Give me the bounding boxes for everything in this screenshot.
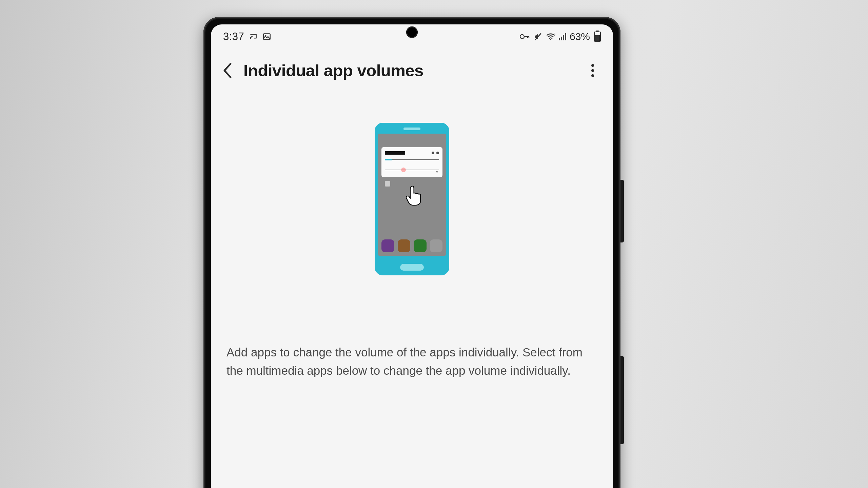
mute-icon — [534, 32, 542, 41]
illustration-app-icon — [381, 239, 394, 252]
battery-icon — [594, 32, 601, 42]
content-area: ⌃ — [211, 92, 613, 380]
phone-screen: 3:37 — [211, 24, 613, 488]
back-button[interactable] — [216, 58, 240, 83]
phone-frame: 3:37 — [203, 17, 620, 488]
wifi-icon: 6 — [546, 33, 555, 41]
svg-point-8 — [591, 69, 594, 72]
app-bar: Individual app volumes — [211, 49, 613, 92]
svg-point-9 — [591, 74, 594, 77]
vpn-key-icon — [519, 33, 530, 40]
camera-hole-icon — [406, 26, 418, 38]
svg-text:6: 6 — [554, 33, 555, 36]
description-text: Add apps to change the volume of the app… — [224, 343, 599, 380]
status-left: 3:37 — [223, 31, 271, 43]
page-title: Individual app volumes — [243, 61, 577, 80]
battery-percent: 63% — [570, 31, 590, 42]
illustration-app-icon — [430, 239, 443, 252]
phone-side-button-bottom — [620, 356, 624, 444]
illustration-app-icon — [414, 239, 427, 252]
volume-illustration: ⌃ — [375, 123, 449, 275]
status-right: 6 63% — [519, 31, 601, 42]
cellular-signal-icon — [559, 33, 566, 40]
image-icon — [262, 32, 271, 41]
illustration-app-icon — [398, 239, 411, 252]
overflow-menu-button[interactable] — [580, 58, 605, 83]
pointer-hand-icon — [405, 184, 423, 211]
phone-side-button-top — [620, 180, 624, 242]
illustration-phone-icon: ⌃ — [375, 123, 449, 275]
status-time: 3:37 — [223, 31, 244, 43]
casting-icon — [249, 32, 258, 41]
svg-point-0 — [250, 38, 251, 39]
svg-point-5 — [550, 39, 551, 40]
svg-point-3 — [520, 35, 524, 39]
svg-point-7 — [591, 64, 594, 67]
chevron-up-icon: ⌃ — [435, 170, 439, 176]
svg-point-2 — [265, 35, 266, 36]
